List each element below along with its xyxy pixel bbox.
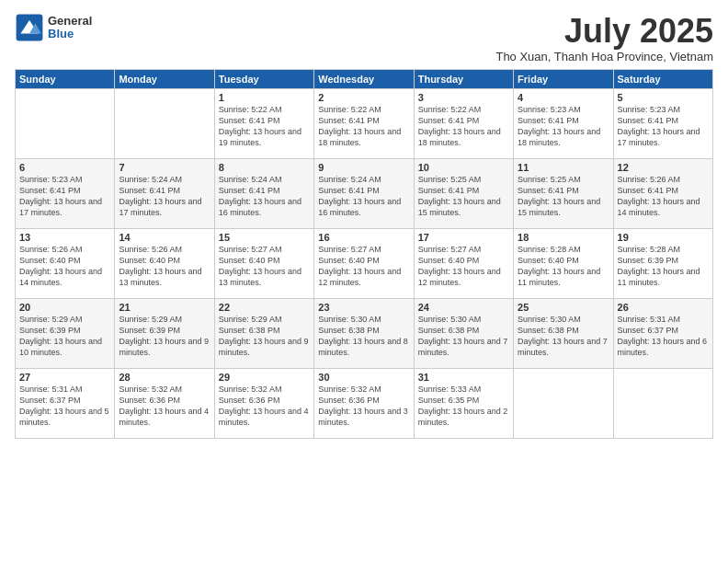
day-number: 19 — [618, 232, 709, 243]
day-number: 7 — [119, 162, 210, 173]
day-number: 20 — [19, 302, 110, 313]
day-info: Sunrise: 5:24 AM Sunset: 6:41 PM Dayligh… — [318, 174, 409, 219]
calendar-cell: 26Sunrise: 5:31 AM Sunset: 6:37 PM Dayli… — [613, 298, 712, 368]
day-number: 30 — [318, 372, 409, 383]
week-row-5: 27Sunrise: 5:31 AM Sunset: 6:37 PM Dayli… — [16, 368, 713, 438]
calendar-cell — [514, 368, 613, 438]
day-info: Sunrise: 5:22 AM Sunset: 6:41 PM Dayligh… — [418, 104, 509, 149]
day-number: 13 — [19, 232, 110, 243]
day-info: Sunrise: 5:26 AM Sunset: 6:40 PM Dayligh… — [19, 244, 110, 289]
day-info: Sunrise: 5:31 AM Sunset: 6:37 PM Dayligh… — [618, 314, 709, 359]
day-info: Sunrise: 5:33 AM Sunset: 6:35 PM Dayligh… — [418, 384, 509, 429]
calendar-cell: 10Sunrise: 5:25 AM Sunset: 6:41 PM Dayli… — [414, 158, 513, 228]
day-number: 28 — [119, 372, 210, 383]
calendar-cell: 21Sunrise: 5:29 AM Sunset: 6:39 PM Dayli… — [115, 298, 214, 368]
calendar-cell: 28Sunrise: 5:32 AM Sunset: 6:36 PM Dayli… — [115, 368, 214, 438]
calendar-cell: 7Sunrise: 5:24 AM Sunset: 6:41 PM Daylig… — [115, 158, 214, 228]
day-info: Sunrise: 5:25 AM Sunset: 6:41 PM Dayligh… — [518, 174, 609, 219]
calendar-cell: 27Sunrise: 5:31 AM Sunset: 6:37 PM Dayli… — [16, 368, 115, 438]
calendar-cell: 31Sunrise: 5:33 AM Sunset: 6:35 PM Dayli… — [414, 368, 513, 438]
day-number: 21 — [119, 302, 210, 313]
calendar-cell: 20Sunrise: 5:29 AM Sunset: 6:39 PM Dayli… — [16, 298, 115, 368]
day-number: 11 — [518, 162, 609, 173]
weekday-header-tuesday: Tuesday — [214, 69, 313, 88]
day-info: Sunrise: 5:27 AM Sunset: 6:40 PM Dayligh… — [318, 244, 409, 289]
week-row-1: 1Sunrise: 5:22 AM Sunset: 6:41 PM Daylig… — [16, 88, 713, 158]
day-number: 8 — [219, 162, 310, 173]
calendar-cell: 4Sunrise: 5:23 AM Sunset: 6:41 PM Daylig… — [514, 88, 613, 158]
calendar-cell: 15Sunrise: 5:27 AM Sunset: 6:40 PM Dayli… — [214, 228, 313, 298]
calendar-cell: 24Sunrise: 5:30 AM Sunset: 6:38 PM Dayli… — [414, 298, 513, 368]
day-number: 14 — [119, 232, 210, 243]
calendar-cell: 14Sunrise: 5:26 AM Sunset: 6:40 PM Dayli… — [115, 228, 214, 298]
day-number: 31 — [418, 372, 509, 383]
day-number: 1 — [219, 92, 310, 103]
calendar-cell: 2Sunrise: 5:22 AM Sunset: 6:41 PM Daylig… — [314, 88, 414, 158]
calendar-cell: 17Sunrise: 5:27 AM Sunset: 6:40 PM Dayli… — [414, 228, 513, 298]
day-info: Sunrise: 5:30 AM Sunset: 6:38 PM Dayligh… — [318, 314, 409, 359]
calendar-cell: 12Sunrise: 5:26 AM Sunset: 6:41 PM Dayli… — [613, 158, 712, 228]
calendar-cell: 19Sunrise: 5:28 AM Sunset: 6:39 PM Dayli… — [613, 228, 712, 298]
title-block: July 2025 Tho Xuan, Thanh Hoa Province, … — [495, 13, 713, 63]
calendar-cell: 29Sunrise: 5:32 AM Sunset: 6:36 PM Dayli… — [214, 368, 313, 438]
day-info: Sunrise: 5:29 AM Sunset: 6:39 PM Dayligh… — [119, 314, 210, 359]
logo-icon — [15, 13, 44, 42]
calendar-title: July 2025 — [495, 13, 713, 50]
day-number: 17 — [418, 232, 509, 243]
day-info: Sunrise: 5:25 AM Sunset: 6:41 PM Dayligh… — [418, 174, 509, 219]
weekday-header-wednesday: Wednesday — [314, 69, 414, 88]
day-info: Sunrise: 5:26 AM Sunset: 6:41 PM Dayligh… — [618, 174, 709, 219]
day-info: Sunrise: 5:23 AM Sunset: 6:41 PM Dayligh… — [618, 104, 709, 149]
calendar-page: General Blue July 2025 Tho Xuan, Thanh H… — [0, 0, 728, 563]
day-number: 23 — [318, 302, 409, 313]
day-info: Sunrise: 5:32 AM Sunset: 6:36 PM Dayligh… — [318, 384, 409, 429]
logo-blue-label: Blue — [48, 28, 92, 40]
day-info: Sunrise: 5:32 AM Sunset: 6:36 PM Dayligh… — [219, 384, 310, 429]
calendar-cell: 16Sunrise: 5:27 AM Sunset: 6:40 PM Dayli… — [314, 228, 414, 298]
day-number: 26 — [618, 302, 709, 313]
calendar-cell: 13Sunrise: 5:26 AM Sunset: 6:40 PM Dayli… — [16, 228, 115, 298]
calendar-cell: 6Sunrise: 5:23 AM Sunset: 6:41 PM Daylig… — [16, 158, 115, 228]
day-number: 16 — [318, 232, 409, 243]
day-number: 10 — [418, 162, 509, 173]
week-row-2: 6Sunrise: 5:23 AM Sunset: 6:41 PM Daylig… — [16, 158, 713, 228]
day-number: 5 — [618, 92, 709, 103]
day-number: 25 — [518, 302, 609, 313]
calendar-cell: 11Sunrise: 5:25 AM Sunset: 6:41 PM Dayli… — [514, 158, 613, 228]
calendar-cell: 30Sunrise: 5:32 AM Sunset: 6:36 PM Dayli… — [314, 368, 414, 438]
logo-general-label: General — [48, 15, 92, 28]
day-number: 15 — [219, 232, 310, 243]
weekday-header-monday: Monday — [115, 69, 214, 88]
day-number: 22 — [219, 302, 310, 313]
calendar-cell — [16, 88, 115, 158]
day-info: Sunrise: 5:30 AM Sunset: 6:38 PM Dayligh… — [418, 314, 509, 359]
day-info: Sunrise: 5:30 AM Sunset: 6:38 PM Dayligh… — [518, 314, 609, 359]
day-number: 29 — [219, 372, 310, 383]
day-info: Sunrise: 5:24 AM Sunset: 6:41 PM Dayligh… — [119, 174, 210, 219]
calendar-cell: 22Sunrise: 5:29 AM Sunset: 6:38 PM Dayli… — [214, 298, 313, 368]
calendar-cell: 9Sunrise: 5:24 AM Sunset: 6:41 PM Daylig… — [314, 158, 414, 228]
calendar-cell: 8Sunrise: 5:24 AM Sunset: 6:41 PM Daylig… — [214, 158, 313, 228]
day-info: Sunrise: 5:23 AM Sunset: 6:41 PM Dayligh… — [19, 174, 110, 219]
day-info: Sunrise: 5:28 AM Sunset: 6:40 PM Dayligh… — [518, 244, 609, 289]
day-number: 27 — [19, 372, 110, 383]
day-info: Sunrise: 5:32 AM Sunset: 6:36 PM Dayligh… — [119, 384, 210, 429]
calendar-cell: 25Sunrise: 5:30 AM Sunset: 6:38 PM Dayli… — [514, 298, 613, 368]
calendar-cell — [613, 368, 712, 438]
day-info: Sunrise: 5:23 AM Sunset: 6:41 PM Dayligh… — [518, 104, 609, 149]
day-number: 6 — [19, 162, 110, 173]
day-info: Sunrise: 5:22 AM Sunset: 6:41 PM Dayligh… — [219, 104, 310, 149]
calendar-cell — [115, 88, 214, 158]
calendar-cell: 1Sunrise: 5:22 AM Sunset: 6:41 PM Daylig… — [214, 88, 313, 158]
day-number: 18 — [518, 232, 609, 243]
calendar-cell: 18Sunrise: 5:28 AM Sunset: 6:40 PM Dayli… — [514, 228, 613, 298]
calendar-table: SundayMondayTuesdayWednesdayThursdayFrid… — [15, 69, 713, 439]
day-number: 4 — [518, 92, 609, 103]
logo-text: General Blue — [48, 15, 92, 41]
weekday-header-thursday: Thursday — [414, 69, 513, 88]
day-info: Sunrise: 5:27 AM Sunset: 6:40 PM Dayligh… — [219, 244, 310, 289]
weekday-header-friday: Friday — [514, 69, 613, 88]
day-info: Sunrise: 5:29 AM Sunset: 6:38 PM Dayligh… — [219, 314, 310, 359]
weekday-header-row: SundayMondayTuesdayWednesdayThursdayFrid… — [16, 69, 713, 88]
day-number: 2 — [318, 92, 409, 103]
